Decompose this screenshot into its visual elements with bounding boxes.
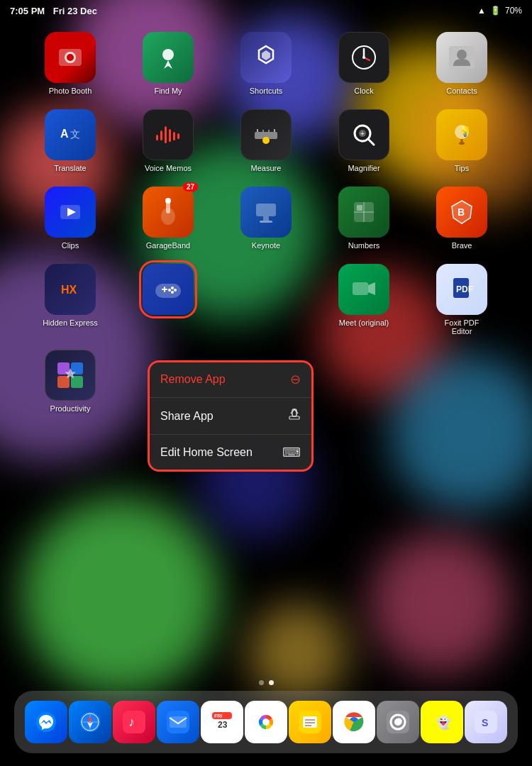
dock-app-chrome[interactable] — [333, 701, 375, 743]
battery-percent: 70% — [505, 6, 522, 16]
dock-app-notes[interactable] — [289, 701, 331, 743]
foxit-label: Foxit PDF Editor — [433, 318, 490, 335]
hidden-express-icon: HX — [45, 264, 96, 315]
contacts-label: Contacts — [446, 87, 477, 95]
contacts-icon — [436, 32, 487, 83]
svg-text:⚙: ⚙ — [394, 716, 404, 727]
svg-line-28 — [368, 139, 374, 145]
dock-app-calendar[interactable]: FRI23 — [201, 701, 243, 743]
svg-marker-57 — [368, 282, 375, 295]
app-productivity[interactable]: Productivity — [21, 350, 119, 413]
svg-text:23: 23 — [218, 720, 228, 730]
productivity-label: Productivity — [50, 404, 91, 413]
app-magnifier[interactable]: + Magnifier — [315, 109, 413, 172]
find-my-label: Find My — [154, 87, 182, 95]
svg-text:文: 文 — [70, 128, 80, 140]
dock-app-snapchat[interactable]: 👻 — [421, 701, 463, 743]
numbers-icon — [338, 187, 389, 238]
svg-point-55 — [168, 289, 171, 292]
shortcuts-icon — [240, 32, 292, 83]
app-measure[interactable]: Measure — [217, 109, 315, 172]
app-foxit[interactable]: PDF Foxit PDF Editor — [413, 264, 511, 335]
svg-point-38 — [165, 198, 171, 204]
status-icons: ▲ 🔋 70% — [477, 6, 522, 16]
svg-rect-45 — [357, 205, 362, 211]
svg-rect-51 — [164, 287, 165, 292]
brave-label: Brave — [452, 241, 472, 250]
magnifier-label: Magnifier — [348, 164, 379, 172]
svg-point-2 — [67, 54, 74, 61]
svg-text:B: B — [458, 206, 465, 218]
tips-icon: 💡 — [436, 109, 487, 160]
meet-label: Meet (original) — [339, 318, 389, 327]
svg-point-53 — [174, 289, 177, 292]
svg-rect-66 — [289, 416, 299, 419]
dock-app-mail[interactable] — [157, 701, 199, 743]
context-menu: Remove App ⊖ Share App Edit Home Screen … — [149, 362, 312, 470]
svg-rect-82 — [255, 711, 277, 733]
svg-text:S: S — [482, 717, 488, 728]
app-game-controller[interactable] — [119, 264, 217, 335]
app-voice-memo[interactable]: Voice Memos — [119, 109, 217, 172]
dock-app-safari[interactable] — [69, 701, 111, 743]
brave-icon: B — [436, 187, 487, 238]
svg-rect-41 — [260, 221, 272, 223]
app-tips[interactable]: 💡 Tips — [413, 109, 511, 172]
page-dot-2[interactable] — [269, 680, 274, 685]
share-app-button[interactable]: Share App — [149, 398, 312, 435]
dock-app-setapp[interactable]: S — [465, 701, 507, 743]
svg-point-32 — [459, 142, 465, 145]
battery-icon: 🔋 — [490, 6, 501, 16]
dock-app-photos[interactable] — [245, 701, 287, 743]
share-app-icon — [288, 408, 301, 424]
svg-rect-63 — [71, 376, 83, 388]
page-dots — [0, 680, 532, 685]
translate-icon: A文 — [45, 109, 96, 160]
dock-app-settings[interactable]: ⚙ — [377, 701, 419, 743]
app-shortcuts[interactable]: Shortcuts — [217, 32, 315, 95]
svg-text:HX: HX — [61, 284, 77, 296]
voice-memo-icon — [143, 109, 194, 160]
svg-rect-39 — [256, 204, 276, 216]
app-clips[interactable]: Clips — [21, 187, 119, 250]
app-keynote[interactable]: Keynote — [217, 187, 315, 250]
measure-label: Measure — [251, 164, 282, 172]
svg-rect-18 — [173, 132, 175, 140]
svg-rect-16 — [165, 126, 167, 143]
remove-app-button[interactable]: Remove App ⊖ — [149, 362, 312, 398]
voice-memo-label: Voice Memos — [145, 164, 192, 172]
svg-text:👻: 👻 — [436, 715, 452, 731]
svg-text:💡: 💡 — [459, 126, 472, 138]
app-brave[interactable]: B Brave — [413, 187, 511, 250]
app-clock[interactable]: Clock — [315, 32, 413, 95]
edit-home-button[interactable]: Edit Home Screen ⌨ — [149, 435, 312, 470]
app-hidden-express[interactable]: HX Hidden Express — [21, 264, 119, 335]
magnifier-icon: + — [338, 109, 389, 160]
dock-app-messenger[interactable] — [25, 701, 67, 743]
clock-label: Clock — [354, 87, 374, 95]
app-find-my[interactable]: Find My — [119, 32, 217, 95]
app-photo-booth[interactable]: Photo Booth — [21, 32, 119, 95]
app-contacts[interactable]: Contacts — [413, 32, 511, 95]
share-app-label: Share App — [160, 410, 214, 423]
svg-rect-14 — [156, 135, 158, 140]
app-translate[interactable]: A文 Translate — [21, 109, 119, 172]
photo-booth-icon — [45, 32, 96, 83]
svg-rect-49 — [155, 284, 181, 298]
clock-icon — [338, 32, 389, 83]
svg-rect-17 — [169, 129, 171, 142]
dock-app-music[interactable]: ♪ — [113, 701, 155, 743]
svg-rect-15 — [160, 131, 162, 140]
remove-app-label: Remove App — [160, 373, 226, 386]
app-garageband[interactable]: 27 GarageBand — [119, 187, 217, 250]
app-numbers[interactable]: Numbers — [315, 187, 413, 250]
svg-rect-19 — [177, 133, 179, 139]
page-dot-1[interactable] — [259, 680, 264, 685]
svg-point-54 — [171, 291, 174, 294]
measure-icon — [240, 109, 292, 160]
svg-text:PDF: PDF — [456, 284, 473, 294]
meet-icon — [338, 264, 389, 315]
app-meet[interactable]: Meet (original) — [315, 264, 413, 335]
photo-booth-label: Photo Booth — [49, 87, 92, 95]
edit-home-label: Edit Home Screen — [160, 446, 253, 459]
